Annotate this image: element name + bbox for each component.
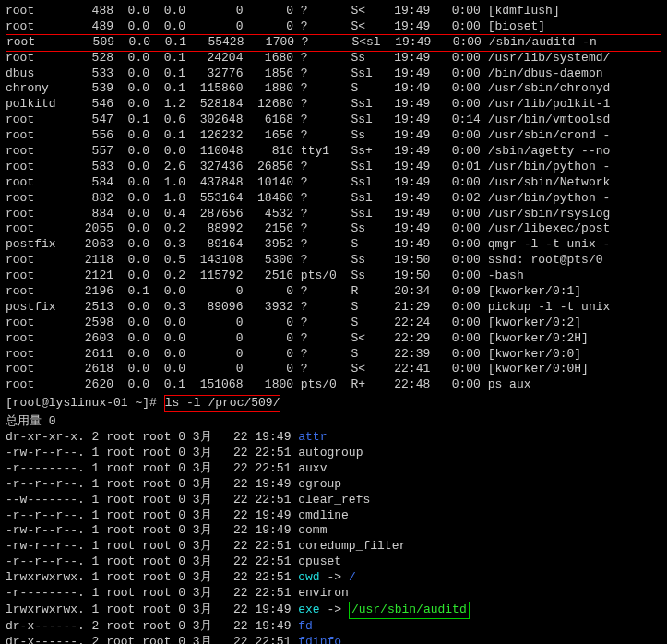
ps-row: root 884 0.0 0.4 287656 4532 ? Ssl 19:49… bbox=[6, 207, 661, 222]
ls-row: -r--------. 1 root root 0 3月 22 22:51 au… bbox=[6, 461, 661, 477]
ls-row: dr-xr-xr-x. 2 root root 0 3月 22 19:49 at… bbox=[6, 430, 661, 446]
ls-row: -rw-r--r--. 1 root root 0 3月 22 22:51 au… bbox=[6, 446, 661, 461]
ls-filename: coredump_filter bbox=[298, 539, 406, 553]
ps-row: root 583 0.0 2.6 327436 26856 ? Ssl 19:4… bbox=[6, 160, 661, 175]
ls-filename: cmdline bbox=[298, 508, 349, 522]
ps-row: root 2611 0.0 0.0 0 0 ? S 22:39 0:00 [kw… bbox=[6, 347, 661, 363]
ls-filename: environ bbox=[298, 586, 349, 600]
ls-filename: exe bbox=[298, 602, 319, 616]
ps-row: root 2118 0.0 0.5 143108 5300 ? Ss 19:50… bbox=[6, 253, 661, 268]
ls-row: -rw-r--r--. 1 root root 0 3月 22 19:49 co… bbox=[6, 523, 661, 539]
ls-row: -r--------. 1 root root 0 3月 22 22:51 en… bbox=[6, 586, 661, 602]
ps-row: root 556 0.0 0.1 126232 1656 ? Ss 19:49 … bbox=[6, 128, 661, 144]
ps-row: polkitd 546 0.0 1.2 528184 12680 ? Ssl 1… bbox=[6, 97, 661, 113]
ls-filename: auxv bbox=[298, 461, 327, 475]
ls-link-target: /usr/sbin/auditd bbox=[349, 602, 470, 619]
ps-row: root 488 0.0 0.0 0 0 ? S< 19:49 0:00 [kd… bbox=[6, 4, 661, 19]
ls-filename: attr bbox=[298, 430, 327, 444]
ls-total: 总用量 0 bbox=[6, 414, 661, 430]
ls-row: lrwxrwxrwx. 1 root root 0 3月 22 19:49 ex… bbox=[6, 602, 661, 619]
ls-row: dr-x------. 2 root root 0 3月 22 22:51 fd… bbox=[6, 635, 661, 644]
ps-row: root 2598 0.0 0.0 0 0 ? S 22:24 0:00 [kw… bbox=[6, 316, 661, 331]
ls-row: --w-------. 1 root root 0 3月 22 22:51 cl… bbox=[6, 493, 661, 508]
ps-row: postfix 2513 0.0 0.3 89096 3932 ? S 21:2… bbox=[6, 300, 661, 316]
ps-row: root 528 0.0 0.1 24204 1680 ? Ss 19:49 0… bbox=[6, 51, 661, 66]
ps-row: root 509 0.0 0.1 55428 1700 ? S<sl 19:49… bbox=[6, 34, 661, 52]
ps-row: root 584 0.0 1.0 437848 10140 ? Ssl 19:4… bbox=[6, 175, 661, 191]
ps-row: root 557 0.0 0.0 110048 816 tty1 Ss+ 19:… bbox=[6, 144, 661, 160]
ls-filename: clear_refs bbox=[298, 493, 370, 507]
ps-row: dbus 533 0.0 0.1 32776 1856 ? Ssl 19:49 … bbox=[6, 66, 661, 82]
ps-row: root 2196 0.1 0.0 0 0 ? R 20:34 0:09 [kw… bbox=[6, 284, 661, 300]
ps-row: postfix 2063 0.0 0.3 89164 3952 ? S 19:4… bbox=[6, 237, 661, 253]
ls-filename: cpuset bbox=[298, 555, 341, 568]
ps-row: root 882 0.0 1.8 553164 18460 ? Ssl 19:4… bbox=[6, 191, 661, 207]
ls-row: -r--r--r--. 1 root root 0 3月 22 19:49 cm… bbox=[6, 508, 661, 524]
ps-row: root 2603 0.0 0.0 0 0 ? S< 22:29 0:00 [k… bbox=[6, 331, 661, 347]
ps-row: root 2121 0.0 0.2 115792 2516 pts/0 Ss 1… bbox=[6, 268, 661, 284]
ps-row: root 2618 0.0 0.0 0 0 ? S< 22:41 0:00 [k… bbox=[6, 362, 661, 377]
ls-row: dr-x------. 2 root root 0 3月 22 19:49 fd bbox=[6, 619, 661, 635]
typed-command: ls -l /proc/509/ bbox=[164, 395, 281, 412]
terminal-output: root 488 0.0 0.0 0 0 ? S< 19:49 0:00 [kd… bbox=[6, 4, 661, 644]
ps-row: root 2055 0.0 0.2 88992 2156 ? Ss 19:49 … bbox=[6, 221, 661, 237]
ls-row: -rw-r--r--. 1 root root 0 3月 22 22:51 co… bbox=[6, 539, 661, 555]
ps-row: root 489 0.0 0.0 0 0 ? S< 19:49 0:00 [bi… bbox=[6, 19, 661, 35]
ls-filename: cwd bbox=[298, 570, 319, 584]
ls-filename: autogroup bbox=[298, 446, 363, 459]
prompt-text: [root@lyslinux-01 ~]# bbox=[6, 396, 164, 410]
ls-filename: comm bbox=[298, 523, 327, 537]
ls-filename: fd bbox=[298, 619, 313, 633]
ps-row: chrony 539 0.0 0.1 115860 1880 ? S 19:49… bbox=[6, 81, 661, 97]
shell-prompt[interactable]: [root@lyslinux-01 ~]# ls -l /proc/509/ bbox=[6, 395, 661, 412]
ps-row: root 2620 0.0 0.1 151068 1800 pts/0 R+ 2… bbox=[6, 377, 661, 393]
ls-link-target: / bbox=[349, 570, 356, 584]
ls-row: -r--r--r--. 1 root root 0 3月 22 19:49 cg… bbox=[6, 477, 661, 493]
ps-row: root 547 0.1 0.6 302648 6168 ? Ssl 19:49… bbox=[6, 113, 661, 128]
ls-row: -r--r--r--. 1 root root 0 3月 22 22:51 cp… bbox=[6, 555, 661, 570]
ls-filename: cgroup bbox=[298, 477, 341, 491]
ls-filename: fdinfo bbox=[298, 635, 341, 644]
ls-row: lrwxrwxrwx. 1 root root 0 3月 22 22:51 cw… bbox=[6, 570, 661, 586]
